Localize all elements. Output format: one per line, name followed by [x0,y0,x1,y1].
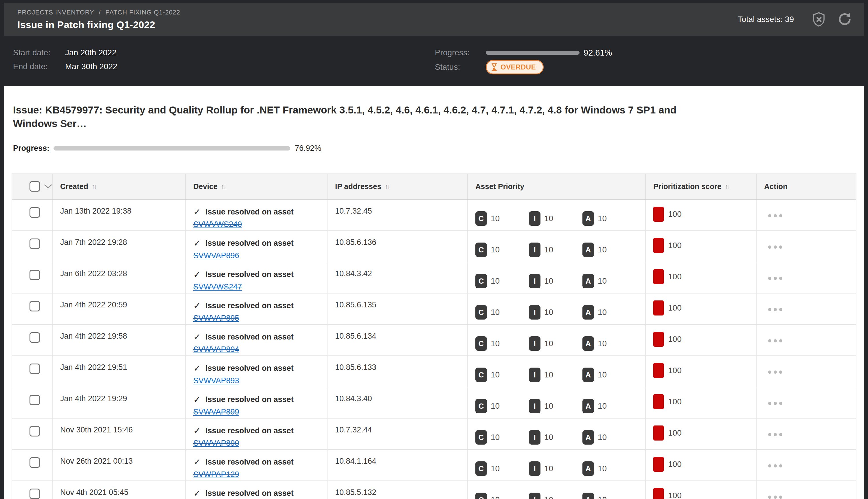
top-bar-left: PROJECTS INVENTORY / PATCH FIXING Q1-202… [17,9,180,31]
select-cell [12,387,52,418]
score-color-chip [653,394,664,409]
column-header-ip-addresses[interactable]: IP addresses ↑↓ [327,174,467,199]
device-cell: ✓ Issue resolved on asset SVWVAP894 [185,325,327,355]
device-link[interactable]: SVWPAP129 [193,470,239,479]
ip-cell: 10.84.1.164 [327,450,467,480]
row-actions-button[interactable] [768,277,782,280]
project-status-label: Status: [435,62,486,72]
row-checkbox[interactable] [29,489,40,499]
row-checkbox[interactable] [29,270,40,280]
row-actions-button[interactable] [768,402,782,405]
priority-integrity: I 10 [529,269,582,293]
priority-integrity: I 10 [529,363,582,387]
device-link[interactable]: SVWVAP899 [193,407,239,416]
priority-confidentiality: C 10 [475,332,529,355]
breadcrumb-patch-fixing[interactable]: PATCH FIXING Q1-2022 [105,9,180,16]
created-cell: Nov 4th 2021 05:45 [52,481,185,499]
ip-cell: 10.85.6.134 [327,325,467,355]
priority-integrity: I 10 [529,394,582,418]
project-progress-row: Progress: 92.61% [435,47,612,59]
device-link[interactable]: SVWVAP896 [193,251,239,260]
priority-value: 10 [491,495,500,499]
row-actions-button[interactable] [768,339,782,342]
device-link[interactable]: SVWVWS247 [193,282,242,291]
sort-icon[interactable]: ↑↓ [221,183,226,190]
row-checkbox[interactable] [29,457,40,468]
priority-letter-badge: A [582,399,594,413]
device-link[interactable]: SVWVWS240 [193,220,242,229]
row-checkbox[interactable] [29,426,40,437]
chevron-down-icon[interactable] [44,182,52,191]
start-date-label: Start date: [13,48,65,57]
asset-priority-cell: C 10 I 10 A 10 [467,200,645,230]
shield-x-icon[interactable] [812,12,826,27]
device-status-text: Issue resolved on asset [206,239,294,248]
check-icon: ✓ [193,363,201,374]
row-checkbox[interactable] [29,332,40,343]
row-checkbox[interactable] [29,395,40,405]
row-actions-button[interactable] [768,245,782,248]
sort-icon[interactable]: ↑↓ [92,183,96,190]
priority-confidentiality: C 10 [475,425,529,449]
table-body: Jan 13th 2022 19:38 ✓ Issue resolved on … [12,200,856,499]
sort-icon[interactable]: ↑↓ [385,183,389,190]
issue-title-line1: Issue: KB4579977: Security and Quality R… [13,104,677,115]
action-cell [756,262,856,293]
column-header-device[interactable]: Device ↑↓ [185,174,327,199]
select-cell [12,450,52,480]
priority-availability: A 10 [582,488,636,499]
table-row: Jan 6th 2022 03:28 ✓ Issue resolved on a… [12,262,856,293]
priority-value: 10 [544,214,553,223]
column-header-created[interactable]: Created ↑↓ [52,174,185,199]
row-checkbox[interactable] [29,364,40,374]
asset-priority-cell: C 10 I 10 A 10 [467,231,645,261]
priority-value: 10 [544,308,553,317]
refresh-icon[interactable] [838,12,851,27]
row-actions-button[interactable] [768,308,782,311]
breadcrumb: PROJECTS INVENTORY / PATCH FIXING Q1-202… [17,9,180,16]
created-cell: Nov 26th 2021 00:13 [52,450,185,480]
issue-progress-label: Progress: [13,144,53,153]
row-checkbox[interactable] [29,301,40,312]
score-value: 100 [668,460,682,469]
score-cell: 100 [645,293,756,324]
device-link[interactable]: SVWVAP894 [193,345,239,354]
priority-value: 10 [491,245,500,254]
score-color-chip [653,363,664,378]
row-checkbox[interactable] [29,239,40,249]
row-actions-button[interactable] [768,433,782,436]
device-link[interactable]: SVWVAP890 [193,439,239,448]
row-checkbox[interactable] [29,207,40,218]
priority-letter-badge: C [475,336,487,351]
status-badge: OVERDUE [486,60,544,74]
breadcrumb-projects-inventory[interactable]: PROJECTS INVENTORY [17,9,94,16]
score-cell: 100 [645,450,756,480]
device-link[interactable]: SVWVAP893 [193,376,239,385]
row-actions-button[interactable] [768,464,782,467]
priority-value: 10 [598,464,607,473]
priority-value: 10 [491,464,500,473]
asset-priority-cell: C 10 I 10 A 10 [467,293,645,324]
select-all-checkbox[interactable] [29,181,40,192]
row-actions-button[interactable] [768,496,782,499]
row-actions-button[interactable] [768,214,782,217]
select-cell [12,200,52,230]
check-icon: ✓ [193,332,201,342]
priority-confidentiality: C 10 [475,269,529,293]
device-link[interactable]: SVWVAP895 [193,314,239,323]
score-value: 100 [668,241,682,250]
ip-cell: 10.85.5.132 [327,481,467,499]
score-value: 100 [668,303,682,313]
column-header-prioritization-score[interactable]: Prioritization score ↑↓ [645,174,756,199]
row-actions-button[interactable] [768,370,782,374]
priority-value: 10 [544,370,553,379]
priority-value: 10 [544,339,553,348]
priority-letter-badge: I [529,243,541,257]
select-cell [12,293,52,324]
created-value: Jan 4th 2022 19:58 [60,332,127,340]
score-color-chip [653,207,664,222]
priority-availability: A 10 [582,269,636,293]
start-date-value: Jan 20th 2022 [65,48,116,57]
page: { "topbar": { "breadcrumb": ["PROJECTS I… [0,0,868,499]
sort-icon[interactable]: ↑↓ [725,183,730,190]
